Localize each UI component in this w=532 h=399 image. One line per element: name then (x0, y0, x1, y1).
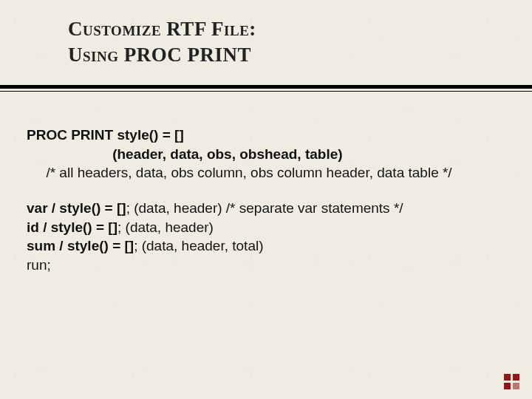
svg-rect-1 (513, 374, 519, 381)
var-stmt: var / style() = [] (27, 200, 126, 216)
proc-args: (header, data, obs, obshead, table) (27, 145, 505, 164)
var-comment: /* separate var statements */ (222, 200, 403, 216)
sum-args: ; (data, header, total) (134, 238, 263, 253)
corner-decoration-icon (502, 372, 522, 392)
proc-comment: /* all headers, data, obs column, obs co… (27, 163, 505, 183)
slide-body: PROC PRINT style() = [] (header, data, o… (27, 126, 505, 274)
title-line-2: Using PROC PRINT (68, 42, 482, 68)
run-stmt: run; (27, 256, 505, 275)
svg-rect-0 (504, 374, 511, 381)
id-stmt: id / style() = [] (27, 219, 117, 235)
id-args: ; (data, header) (117, 219, 214, 235)
svg-rect-3 (513, 383, 519, 389)
svg-rect-2 (504, 383, 511, 389)
slide-title: Customize RTF File: Using PROC PRINT (68, 16, 482, 68)
proc-style: style() = [] (113, 127, 184, 143)
proc-label: PROC PRINT (27, 127, 113, 143)
sum-stmt: sum / style() = [] (27, 238, 134, 253)
title-line-1: Customize RTF File: (68, 16, 482, 42)
title-separator (0, 85, 532, 89)
var-args: ; (data, header) (126, 200, 222, 216)
